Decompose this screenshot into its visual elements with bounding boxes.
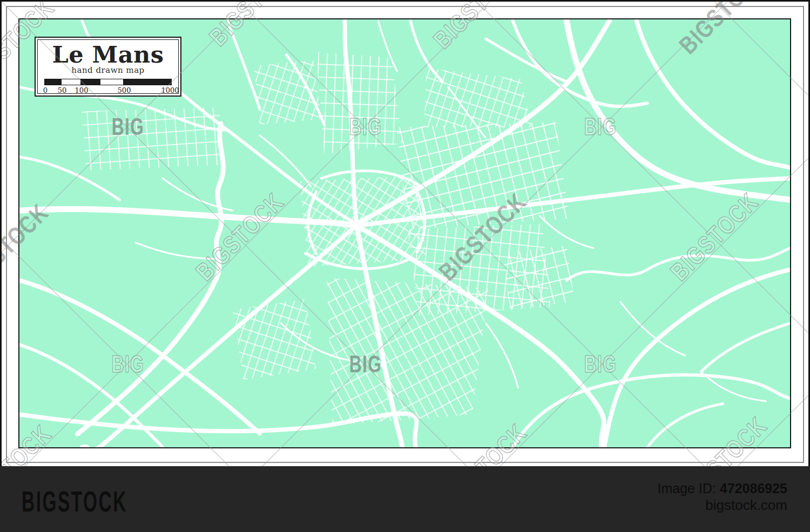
image-id-label: Image ID:: [658, 481, 716, 496]
scale-labels: 0 50 100 500 1000: [44, 86, 172, 95]
scale-tick-label: 0: [43, 86, 48, 94]
scale-segment: [62, 79, 81, 85]
scale-segment: [80, 79, 100, 85]
scale-tick-label: 50: [58, 86, 67, 94]
scale-tick-label: 500: [118, 86, 131, 94]
footer-info: Image ID: 472086925 bigstock.com: [658, 480, 787, 514]
map-title: Le Mans: [38, 43, 178, 66]
scale-segment: [45, 79, 62, 85]
map-title-box-inner: Le Mans hand drawn map 0 50 100 500 1000: [37, 39, 179, 94]
scale-tick-label: 100: [75, 86, 89, 94]
scale-tick-label: 1000: [161, 86, 179, 94]
scale-segment: [100, 79, 123, 85]
scale-bar-wrap: 0 50 100 500 1000: [44, 79, 172, 95]
scale-bar: [44, 79, 172, 85]
footer-bar: BIGSTOCK Image ID: 472086925 bigstock.co…: [0, 466, 810, 532]
website-text: bigstock.com: [658, 496, 787, 514]
scale-segment: [123, 79, 171, 85]
stock-image-preview: Le Mans hand drawn map 0 50 100 500 1000: [0, 0, 810, 532]
bigstock-logo: BIGSTOCK: [22, 485, 127, 518]
image-id-value: 472086925: [720, 481, 787, 496]
image-id-line: Image ID: 472086925: [658, 480, 787, 496]
map-title-box: Le Mans hand drawn map 0 50 100 500 1000: [35, 37, 181, 97]
